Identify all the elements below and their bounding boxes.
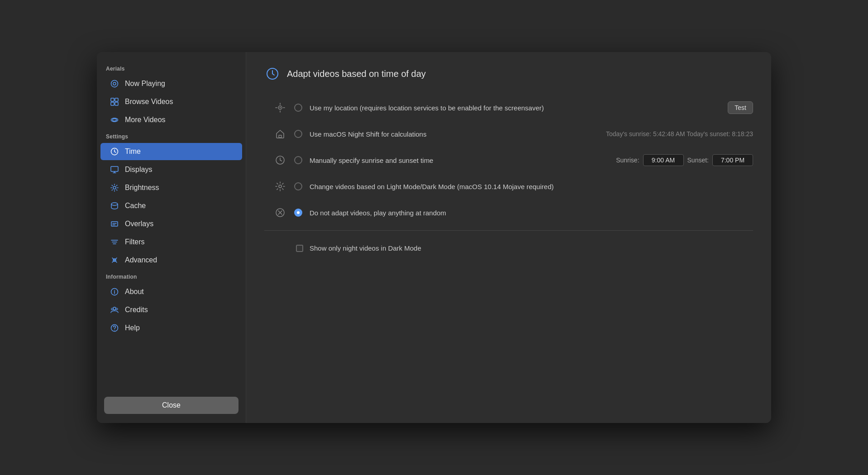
settings-section-label: Settings [97,129,246,142]
time-info-night-shift: Today's sunrise: 5:42:48 AM Today's suns… [606,130,753,138]
advanced-icon [110,255,119,265]
svg-rect-12 [111,222,118,226]
gear-icon [273,180,287,193]
sidebar-item-now-playing-label: Now Playing [125,80,165,88]
sidebar-item-overlays-label: Overlays [125,220,153,228]
radio-light-dark[interactable] [294,182,302,190]
sidebar-item-cache-label: Cache [125,202,146,210]
section-header: Adapt videos based on time of day [264,66,753,82]
sidebar-item-help-label: Help [125,324,140,332]
sunrise-input[interactable] [643,154,684,166]
svg-rect-3 [115,98,118,101]
night-mode-checkbox[interactable] [296,245,303,252]
help-icon [110,323,119,333]
radio-night-shift[interactable] [294,130,302,138]
sidebar-item-browse-videos[interactable]: Browse Videos [100,93,242,110]
time-fields: Sunrise: Sunset: [616,154,753,166]
option-text-location: Use my location (requires location servi… [310,104,720,112]
svg-point-25 [279,185,281,188]
sunrise-label: Sunrise: [616,157,639,164]
more-videos-icon [110,115,119,125]
option-row-light-dark: Change videos based on Light Mode/Dark M… [264,173,753,200]
now-playing-icon [110,79,119,89]
option-text-night-shift: Use macOS Night Shift for calculations [310,130,594,138]
sidebar-item-credits-label: Credits [125,306,148,314]
svg-point-10 [113,186,116,189]
credits-icon [110,305,119,315]
clock-icon [273,153,287,167]
displays-icon [110,165,119,175]
night-mode-label: Show only night videos in Dark Mode [310,244,421,252]
svg-point-0 [111,81,118,87]
information-section-label: Information [97,269,246,283]
x-circle-icon [273,206,287,219]
filters-icon [110,237,119,247]
svg-point-1 [113,82,116,85]
sidebar-item-brightness[interactable]: Brightness [100,179,242,196]
about-icon [110,287,119,297]
browse-videos-icon [110,97,119,107]
cache-icon [110,201,119,211]
sidebar-item-credits[interactable]: Credits [100,301,242,318]
svg-point-15 [113,307,116,310]
sidebar-item-displays[interactable]: Displays [100,161,242,178]
sidebar-item-overlays[interactable]: Overlays [100,215,242,233]
sidebar-item-time-label: Time [125,147,141,156]
option-text-light-dark: Change videos based on Light Mode/Dark M… [310,183,753,190]
sidebar-item-cache[interactable]: Cache [100,197,242,214]
brightness-icon [110,183,119,193]
section-title: Adapt videos based on time of day [287,69,426,79]
svg-rect-4 [111,102,114,105]
radio-manual[interactable] [294,156,302,164]
divider [264,230,753,231]
sunset-input[interactable] [712,154,753,166]
sidebar-item-filters-label: Filters [125,238,145,246]
svg-point-7 [113,119,117,121]
section-header-icon [264,66,281,82]
svg-rect-2 [111,98,114,101]
sidebar-item-browse-videos-label: Browse Videos [125,98,173,106]
sidebar-item-time[interactable]: Time [100,143,242,160]
sidebar-item-help[interactable]: Help [100,319,242,337]
app-window: Aerials Now Playing Browse Videos [97,52,771,423]
time-icon [110,147,119,157]
overlays-icon [110,219,119,229]
svg-rect-23 [279,135,281,138]
test-button[interactable]: Test [728,101,753,114]
location-icon [273,101,287,114]
sidebar: Aerials Now Playing Browse Videos [97,52,246,423]
radio-location[interactable] [294,104,302,112]
sunset-label: Sunset: [687,157,709,164]
sidebar-item-more-videos[interactable]: More Videos [100,111,242,128]
sidebar-item-more-videos-label: More Videos [125,116,166,124]
sidebar-item-advanced-label: Advanced [125,256,157,264]
option-row-random: Do not adapt videos, play anything at ra… [264,200,753,226]
checkbox-row: Show only night videos in Dark Mode [264,240,753,256]
main-content: Adapt videos based on time of day Use my… [246,52,771,423]
sidebar-item-filters[interactable]: Filters [100,233,242,251]
option-row-manual: Manually specify sunrise and sunset time… [264,147,753,173]
option-text-random: Do not adapt videos, play anything at ra… [310,209,753,217]
svg-point-19 [114,330,115,331]
close-button[interactable]: Close [104,397,238,414]
option-row-night-shift: Use macOS Night Shift for calculations T… [264,121,753,147]
svg-point-22 [280,107,281,109]
svg-point-11 [111,203,118,205]
sidebar-item-brightness-label: Brightness [125,184,159,192]
svg-rect-9 [111,166,118,171]
option-text-manual: Manually specify sunrise and sunset time [310,157,604,164]
close-btn-container: Close [97,391,246,423]
sidebar-item-now-playing[interactable]: Now Playing [100,75,242,92]
sidebar-item-about[interactable]: About [100,283,242,300]
sidebar-item-advanced[interactable]: Advanced [100,252,242,269]
sidebar-item-about-label: About [125,288,144,296]
sidebar-item-displays-label: Displays [125,166,152,174]
radio-random[interactable] [294,209,302,217]
app-title-label: Aerials [97,61,246,75]
option-row-location: Use my location (requires location servi… [264,95,753,121]
svg-rect-5 [115,102,118,105]
home-icon [273,127,287,141]
